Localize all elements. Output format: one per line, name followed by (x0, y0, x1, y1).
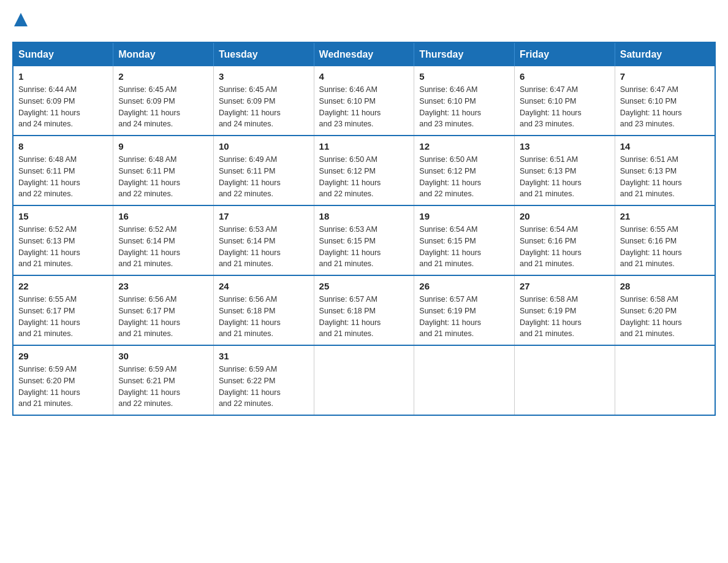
day-number: 21 (620, 211, 710, 221)
calendar-cell: 13 Sunrise: 6:51 AMSunset: 6:13 PMDaylig… (515, 136, 615, 205)
day-info: Sunrise: 6:46 AMSunset: 6:10 PMDaylight:… (319, 85, 381, 128)
day-number: 15 (18, 211, 108, 221)
calendar-week-row: 15 Sunrise: 6:52 AMSunset: 6:13 PMDaylig… (13, 205, 715, 275)
calendar-cell: 9 Sunrise: 6:48 AMSunset: 6:11 PMDayligh… (113, 136, 214, 205)
day-info: Sunrise: 6:48 AMSunset: 6:11 PMDaylight:… (18, 155, 80, 198)
day-info: Sunrise: 6:56 AMSunset: 6:18 PMDaylight:… (219, 295, 281, 338)
calendar-cell: 14 Sunrise: 6:51 AMSunset: 6:13 PMDaylig… (615, 136, 715, 205)
day-number: 2 (118, 71, 208, 82)
day-number: 8 (18, 141, 108, 151)
calendar-cell: 29 Sunrise: 6:59 AMSunset: 6:20 PMDaylig… (13, 345, 113, 415)
day-number: 20 (520, 211, 610, 221)
page-header (12, 12, 716, 29)
calendar-cell: 11 Sunrise: 6:50 AMSunset: 6:12 PMDaylig… (314, 136, 414, 205)
day-number: 11 (319, 141, 409, 151)
day-info: Sunrise: 6:59 AMSunset: 6:20 PMDaylight:… (18, 365, 80, 408)
day-number: 30 (118, 351, 208, 361)
day-info: Sunrise: 6:47 AMSunset: 6:10 PMDaylight:… (520, 85, 582, 128)
calendar-cell: 7 Sunrise: 6:47 AMSunset: 6:10 PMDayligh… (615, 66, 715, 136)
calendar-header-row: SundayMondayTuesdayWednesdayThursdayFrid… (13, 42, 715, 66)
weekday-header-friday: Friday (515, 42, 615, 66)
day-number: 7 (620, 71, 710, 82)
weekday-header-saturday: Saturday (615, 42, 715, 66)
day-info: Sunrise: 6:45 AMSunset: 6:09 PMDaylight:… (219, 85, 281, 128)
day-info: Sunrise: 6:55 AMSunset: 6:17 PMDaylight:… (18, 295, 80, 338)
day-number: 16 (118, 211, 208, 221)
day-number: 3 (219, 71, 309, 82)
day-number: 4 (319, 71, 409, 82)
calendar-cell: 20 Sunrise: 6:54 AMSunset: 6:16 PMDaylig… (515, 205, 615, 275)
calendar-cell: 12 Sunrise: 6:50 AMSunset: 6:12 PMDaylig… (414, 136, 515, 205)
day-info: Sunrise: 6:58 AMSunset: 6:20 PMDaylight:… (620, 295, 682, 338)
day-info: Sunrise: 6:45 AMSunset: 6:09 PMDaylight:… (118, 85, 180, 128)
calendar-week-row: 8 Sunrise: 6:48 AMSunset: 6:11 PMDayligh… (13, 136, 715, 205)
calendar-week-row: 29 Sunrise: 6:59 AMSunset: 6:20 PMDaylig… (13, 345, 715, 415)
day-info: Sunrise: 6:57 AMSunset: 6:18 PMDaylight:… (319, 295, 381, 338)
day-info: Sunrise: 6:59 AMSunset: 6:21 PMDaylight:… (118, 365, 180, 408)
day-number: 31 (219, 351, 309, 361)
day-number: 19 (419, 211, 509, 221)
calendar-cell: 6 Sunrise: 6:47 AMSunset: 6:10 PMDayligh… (515, 66, 615, 136)
weekday-header-thursday: Thursday (414, 42, 515, 66)
day-info: Sunrise: 6:56 AMSunset: 6:17 PMDaylight:… (118, 295, 180, 338)
day-number: 17 (219, 211, 309, 221)
day-info: Sunrise: 6:54 AMSunset: 6:15 PMDaylight:… (419, 225, 481, 268)
calendar-cell: 28 Sunrise: 6:58 AMSunset: 6:20 PMDaylig… (615, 275, 715, 345)
day-number: 12 (419, 141, 509, 151)
day-info: Sunrise: 6:48 AMSunset: 6:11 PMDaylight:… (118, 155, 180, 198)
day-info: Sunrise: 6:44 AMSunset: 6:09 PMDaylight:… (18, 85, 80, 128)
calendar-cell: 21 Sunrise: 6:55 AMSunset: 6:16 PMDaylig… (615, 205, 715, 275)
day-number: 27 (520, 281, 610, 291)
day-info: Sunrise: 6:58 AMSunset: 6:19 PMDaylight:… (520, 295, 582, 338)
calendar-cell: 18 Sunrise: 6:53 AMSunset: 6:15 PMDaylig… (314, 205, 414, 275)
logo-triangle-icon (14, 12, 28, 29)
day-info: Sunrise: 6:51 AMSunset: 6:13 PMDaylight:… (620, 155, 682, 198)
day-info: Sunrise: 6:50 AMSunset: 6:12 PMDaylight:… (419, 155, 481, 198)
day-info: Sunrise: 6:53 AMSunset: 6:15 PMDaylight:… (319, 225, 381, 268)
calendar-cell: 26 Sunrise: 6:57 AMSunset: 6:19 PMDaylig… (414, 275, 515, 345)
calendar-cell: 25 Sunrise: 6:57 AMSunset: 6:18 PMDaylig… (314, 275, 414, 345)
calendar-cell: 10 Sunrise: 6:49 AMSunset: 6:11 PMDaylig… (213, 136, 314, 205)
calendar-cell: 31 Sunrise: 6:59 AMSunset: 6:22 PMDaylig… (213, 345, 314, 415)
calendar-cell (515, 345, 615, 415)
day-info: Sunrise: 6:53 AMSunset: 6:14 PMDaylight:… (219, 225, 281, 268)
day-number: 14 (620, 141, 710, 151)
calendar-cell: 16 Sunrise: 6:52 AMSunset: 6:14 PMDaylig… (113, 205, 214, 275)
day-number: 5 (419, 71, 509, 82)
day-number: 6 (520, 71, 610, 82)
day-number: 29 (18, 351, 108, 361)
calendar-cell: 27 Sunrise: 6:58 AMSunset: 6:19 PMDaylig… (515, 275, 615, 345)
calendar-week-row: 22 Sunrise: 6:55 AMSunset: 6:17 PMDaylig… (13, 275, 715, 345)
day-info: Sunrise: 6:51 AMSunset: 6:13 PMDaylight:… (520, 155, 582, 198)
day-info: Sunrise: 6:49 AMSunset: 6:11 PMDaylight:… (219, 155, 281, 198)
calendar-cell: 22 Sunrise: 6:55 AMSunset: 6:17 PMDaylig… (13, 275, 113, 345)
day-info: Sunrise: 6:46 AMSunset: 6:10 PMDaylight:… (419, 85, 481, 128)
calendar-cell: 24 Sunrise: 6:56 AMSunset: 6:18 PMDaylig… (213, 275, 314, 345)
calendar-week-row: 1 Sunrise: 6:44 AMSunset: 6:09 PMDayligh… (13, 66, 715, 136)
calendar-cell: 23 Sunrise: 6:56 AMSunset: 6:17 PMDaylig… (113, 275, 214, 345)
svg-marker-0 (14, 13, 28, 26)
calendar-cell: 19 Sunrise: 6:54 AMSunset: 6:15 PMDaylig… (414, 205, 515, 275)
logo (12, 12, 28, 29)
weekday-header-monday: Monday (113, 42, 214, 66)
calendar-cell: 8 Sunrise: 6:48 AMSunset: 6:11 PMDayligh… (13, 136, 113, 205)
calendar-table: SundayMondayTuesdayWednesdayThursdayFrid… (12, 42, 716, 416)
day-info: Sunrise: 6:52 AMSunset: 6:14 PMDaylight:… (118, 225, 180, 268)
day-info: Sunrise: 6:47 AMSunset: 6:10 PMDaylight:… (620, 85, 682, 128)
day-number: 23 (118, 281, 208, 291)
day-info: Sunrise: 6:50 AMSunset: 6:12 PMDaylight:… (319, 155, 381, 198)
calendar-cell: 30 Sunrise: 6:59 AMSunset: 6:21 PMDaylig… (113, 345, 214, 415)
day-info: Sunrise: 6:52 AMSunset: 6:13 PMDaylight:… (18, 225, 80, 268)
day-info: Sunrise: 6:59 AMSunset: 6:22 PMDaylight:… (219, 365, 281, 408)
day-number: 24 (219, 281, 309, 291)
calendar-cell (615, 345, 715, 415)
day-number: 25 (319, 281, 409, 291)
weekday-header-tuesday: Tuesday (213, 42, 314, 66)
day-info: Sunrise: 6:54 AMSunset: 6:16 PMDaylight:… (520, 225, 582, 268)
calendar-cell: 4 Sunrise: 6:46 AMSunset: 6:10 PMDayligh… (314, 66, 414, 136)
day-info: Sunrise: 6:55 AMSunset: 6:16 PMDaylight:… (620, 225, 682, 268)
calendar-cell (414, 345, 515, 415)
day-number: 22 (18, 281, 108, 291)
calendar-cell: 2 Sunrise: 6:45 AMSunset: 6:09 PMDayligh… (113, 66, 214, 136)
day-number: 28 (620, 281, 710, 291)
